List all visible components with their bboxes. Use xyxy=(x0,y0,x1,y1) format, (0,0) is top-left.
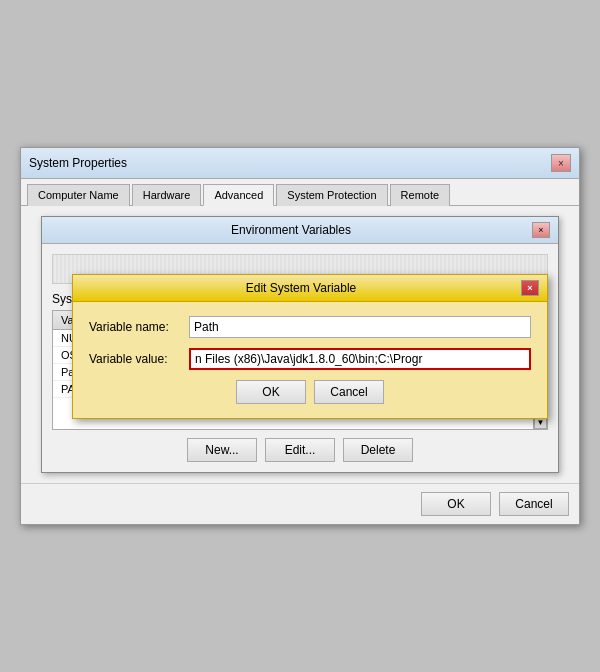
title-bar-controls: × xyxy=(551,154,571,172)
variable-value-input[interactable] xyxy=(189,348,531,370)
main-ok-button[interactable]: OK xyxy=(421,492,491,516)
window-body: Environment Variables × Edit System Vari… xyxy=(21,206,579,483)
tab-hardware[interactable]: Hardware xyxy=(132,184,202,206)
env-vars-body: Edit System Variable × Variable name: xyxy=(42,244,558,472)
tab-advanced[interactable]: Advanced xyxy=(203,184,274,206)
edit-dialog-close-button[interactable]: × xyxy=(521,280,539,296)
window-title: System Properties xyxy=(29,156,127,170)
variable-name-row: Variable name: xyxy=(89,316,531,338)
edit-cancel-button[interactable]: Cancel xyxy=(314,380,384,404)
delete-sys-var-button[interactable]: Delete xyxy=(343,438,413,462)
edit-dialog-title: Edit System Variable xyxy=(81,281,521,295)
variable-name-input[interactable] xyxy=(189,316,531,338)
tab-remote[interactable]: Remote xyxy=(390,184,451,206)
new-sys-var-button[interactable]: New... xyxy=(187,438,257,462)
edit-sys-var-button[interactable]: Edit... xyxy=(265,438,335,462)
main-bottom-buttons: OK Cancel xyxy=(21,483,579,524)
env-vars-title-bar: Environment Variables × xyxy=(42,217,558,244)
variable-value-row: Variable value: xyxy=(89,348,531,370)
env-bottom-buttons: New... Edit... Delete xyxy=(52,438,548,462)
close-button[interactable]: × xyxy=(551,154,571,172)
main-cancel-button[interactable]: Cancel xyxy=(499,492,569,516)
system-properties-window: System Properties × Computer Name Hardwa… xyxy=(20,147,580,525)
edit-dialog-title-bar: Edit System Variable × xyxy=(73,275,547,302)
env-vars-title: Environment Variables xyxy=(50,223,532,237)
tab-computer-name[interactable]: Computer Name xyxy=(27,184,130,206)
variable-value-label: Variable value: xyxy=(89,352,189,366)
env-vars-close-button[interactable]: × xyxy=(532,222,550,238)
env-vars-window: Environment Variables × Edit System Vari… xyxy=(41,216,559,473)
tabs-bar: Computer Name Hardware Advanced System P… xyxy=(21,179,579,206)
edit-ok-button[interactable]: OK xyxy=(236,380,306,404)
edit-dialog-buttons: OK Cancel xyxy=(89,380,531,408)
title-bar: System Properties × xyxy=(21,148,579,179)
edit-dialog-body: Variable name: Variable value: xyxy=(73,302,547,418)
variable-name-label: Variable name: xyxy=(89,320,189,334)
tab-system-protection[interactable]: System Protection xyxy=(276,184,387,206)
edit-system-variable-dialog: Edit System Variable × Variable name: xyxy=(72,274,548,419)
